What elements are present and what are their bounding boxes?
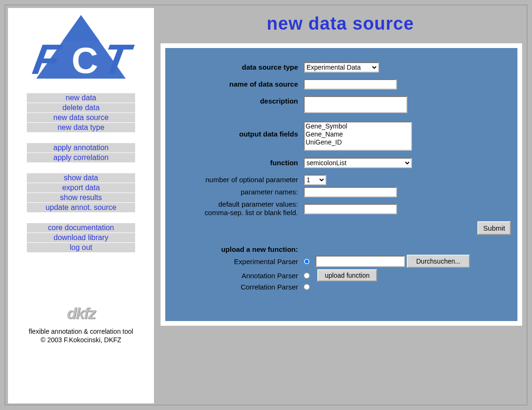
nav-delete-data[interactable]: delete data [27,103,135,113]
nav-export-data[interactable]: export data [27,183,135,193]
nav-new-data-source[interactable]: new data source [27,113,135,122]
label-correlation-parser: Correlation Parser [172,283,304,291]
nav-new-data[interactable]: new data [27,93,135,103]
nav-log-out[interactable]: log out [27,242,135,252]
dkfz-logo: dkfz [15,304,147,322]
label-default-values: default parameter values: comma-sep. lis… [172,199,304,217]
label-num-params: number of optional parameter [172,175,304,184]
textarea-description[interactable] [304,96,407,113]
radio-annotation-parser[interactable] [304,273,310,279]
label-experimental-parser: Experimental Parser [172,257,304,265]
main-content: new data source data source type Experim… [154,5,527,326]
footer-line2: © 2003 F.Kokocinski, DKFZ [40,336,121,344]
nav-update-annot-source[interactable]: update annot. source [27,202,135,212]
browse-button[interactable]: Durchsuchen... [407,255,470,268]
nav-group-data: new data delete data new data source new… [15,93,147,132]
radio-correlation-parser[interactable] [304,284,310,290]
select-data-source-type[interactable]: Experimental Data [304,62,379,72]
nav-show-results[interactable]: show results [27,193,135,202]
input-name[interactable] [304,79,397,89]
label-output-fields: output data fields [172,121,304,138]
fct-logo: F C T [17,13,145,83]
nav-new-data-type[interactable]: new data type [27,122,135,132]
listbox-output-fields[interactable]: Gene_SymbolGene_NameUniGene_ID [304,121,412,151]
footer-line1: flexible annotation & correlation tool [29,328,133,335]
label-annotation-parser: Annotation Parser [172,272,304,280]
label-param-names: parameter names: [172,187,304,196]
file-input[interactable] [315,256,405,267]
sidebar: F C T new data delete data new data sour… [8,8,154,403]
label-description: description [172,96,304,105]
input-param-names[interactable] [304,187,397,197]
form-panel: data source type Experimental Data name … [165,48,517,321]
upload-section: upload a new function: Experimental Pars… [172,245,511,291]
label-data-source-type: data source type [172,62,304,72]
radio-experimental-parser[interactable] [304,258,310,265]
nav-group-show: show data export data show results updat… [15,173,147,212]
label-name: name of data source [172,79,304,88]
nav-apply-annotation[interactable]: apply annotation [27,143,135,153]
nav-group-apply: apply annotation apply correlation [15,143,147,162]
label-function: function [172,158,304,167]
upload-function-button[interactable]: upload function [317,269,377,281]
nav-download-library[interactable]: download library [27,233,135,242]
svg-text:C: C [72,40,98,81]
input-default-values[interactable] [304,204,397,214]
page-title: new data source [154,14,527,34]
footer-text: flexible annotation & correlation tool ©… [15,327,147,344]
select-function[interactable]: semicolonList [304,158,412,168]
nav-core-documentation[interactable]: core documentation [27,223,135,233]
submit-button[interactable]: Submit [477,221,511,235]
upload-heading: upload a new function: [172,245,304,253]
select-num-params[interactable]: 1 [304,175,326,185]
nav-group-misc: core documentation download library log … [15,223,147,252]
nav-show-data[interactable]: show data [27,173,135,183]
svg-text:T: T [99,36,137,83]
nav-apply-correlation[interactable]: apply correlation [27,153,135,162]
